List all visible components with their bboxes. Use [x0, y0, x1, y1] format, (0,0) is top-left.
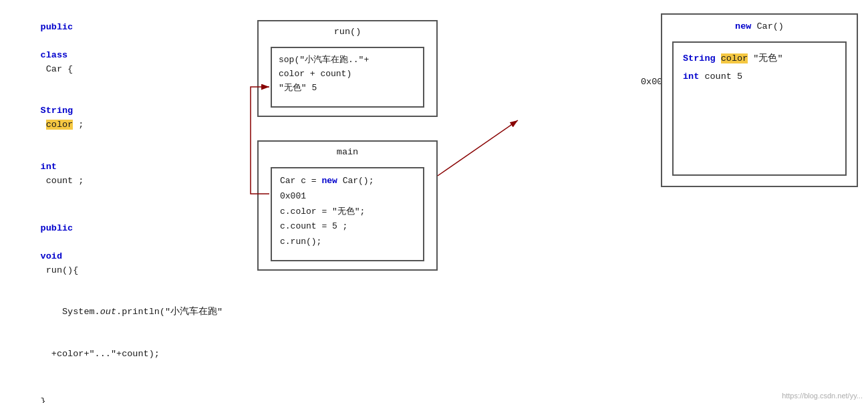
heap-content: String color "无色" int count 5: [683, 49, 836, 86]
kw-string: String: [41, 106, 74, 116]
kw-public2: public: [41, 223, 74, 233]
code-text: [41, 237, 46, 247]
spacer: [8, 203, 223, 208]
code-line-2: String color ;: [8, 91, 223, 147]
code-line-3: int count ;: [8, 146, 223, 203]
main-title: main: [259, 142, 436, 157]
heap-panel: 0x001 new Car() String color "无色" int: [641, 0, 868, 403]
main-line2: 0x001: [280, 189, 415, 205]
heap-outer-title: new Car(): [662, 21, 857, 31]
code-text: System.: [41, 307, 100, 317]
run-inner-box: sop("小汽车在跑.."+ color + count) "无色" 5: [271, 47, 424, 108]
code-text: +color+"..."+count);: [41, 349, 160, 359]
main-line4: c.count = 5 ;: [280, 219, 415, 235]
code-line-1: public class Car {: [8, 7, 223, 91]
run-title: run(): [259, 21, 436, 37]
code-line-9: }: [8, 381, 223, 403]
code-text: }: [41, 396, 46, 403]
kw-class: class: [41, 50, 68, 60]
run-inner-line1: sop("小汽车在跑.."+: [279, 53, 416, 68]
heap-outer-box: new Car() String color "无色" int count 5: [661, 13, 858, 187]
run-inner-line2: color + count): [279, 68, 416, 82]
code-line-7: +color+"..."+count);: [8, 333, 223, 376]
code-panel: public class Car { String color ; int co…: [0, 0, 231, 403]
kw-public: public: [41, 22, 74, 32]
watermark: https://blog.csdn.net/yy...: [782, 392, 863, 400]
code-line-5: public void run(){: [8, 208, 223, 292]
spacer2: [8, 376, 223, 381]
kw-void: void: [41, 251, 62, 261]
code-text: Car {: [41, 64, 74, 74]
code-text: ;: [73, 120, 84, 130]
main-line3: c.color = "无色";: [280, 205, 415, 220]
code-text: [41, 120, 46, 130]
code-text: run(){: [41, 265, 79, 275]
code-out: out: [100, 307, 116, 317]
run-outer-box: run() sop("小汽车在跑.."+ color + count) "无色"…: [257, 20, 438, 117]
heap-line2: int count 5: [683, 68, 836, 86]
run-inner-content: sop("小汽车在跑.."+ color + count) "无色" 5: [279, 53, 416, 95]
main-inner-box: Car c = new Car(); 0x001 c.color = "无色";…: [271, 167, 424, 261]
code-line-6: System.out.println("小汽车在跑": [8, 291, 223, 333]
run-inner-line3: "无色" 5: [279, 82, 416, 96]
svg-line-1: [438, 120, 518, 176]
heap-line1: String color "无色": [683, 49, 836, 68]
code-text: [41, 36, 46, 46]
page-container: public class Car { String color ; int co…: [0, 0, 868, 403]
kw-int: int: [41, 162, 57, 172]
main-outer-box: main Car c = new Car(); 0x001 c.color = …: [257, 140, 438, 271]
code-text: count ;: [41, 176, 84, 186]
highlight-color: color: [46, 120, 74, 130]
diagram-panel: run() sop("小汽车在跑.."+ color + count) "无色"…: [231, 0, 641, 403]
code-text: .println("小汽车在跑": [116, 307, 223, 317]
heap-inner-box: String color "无色" int count 5: [672, 41, 847, 176]
main-line5: c.run();: [280, 235, 415, 250]
main-inner-content: Car c = new Car(); 0x001 c.color = "无色";…: [280, 174, 415, 250]
main-line1: Car c = new Car();: [280, 174, 415, 189]
